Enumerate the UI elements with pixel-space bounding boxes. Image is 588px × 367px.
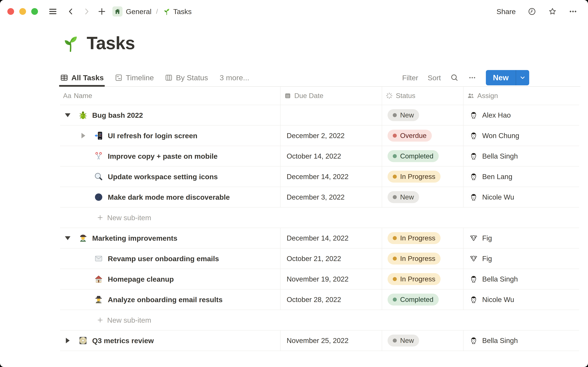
task-name-link[interactable]: Q3 metrics review: [92, 336, 154, 345]
tab-timeline[interactable]: Timeline: [114, 69, 154, 86]
new-button-chevron[interactable]: [516, 70, 529, 85]
assign-cell[interactable]: Fig: [463, 228, 579, 248]
assign-cell[interactable]: Nicole Wu: [463, 187, 579, 207]
task-name-cell[interactable]: Q3 metrics review: [60, 330, 280, 351]
assign-cell[interactable]: Bella Singh: [463, 146, 579, 166]
task-name-link[interactable]: Bug bash 2022: [92, 111, 143, 119]
task-name-cell[interactable]: Bug bash 2022: [60, 105, 280, 125]
task-name-link[interactable]: Update workspace setting icons: [108, 173, 218, 181]
back-button[interactable]: [67, 8, 75, 16]
column-header-name[interactable]: Aa Name: [60, 87, 280, 105]
tab-by-status[interactable]: By Status: [164, 69, 208, 86]
due-date-cell[interactable]: November 25, 2022: [280, 330, 382, 351]
breadcrumb-workspace-icon[interactable]: [112, 6, 122, 17]
assign-cell[interactable]: Alex Hao: [463, 105, 579, 125]
new-sub-item-row[interactable]: New sub-item: [60, 208, 579, 228]
due-date-value: December 2, 2022: [287, 132, 345, 140]
due-date-cell[interactable]: October 14, 2022: [280, 146, 382, 166]
task-name-cell[interactable]: Homepage cleanup: [60, 269, 280, 289]
search-icon[interactable]: [450, 74, 458, 82]
task-name-link[interactable]: Homepage cleanup: [108, 275, 174, 283]
due-date-cell[interactable]: October 28, 2022: [280, 290, 382, 310]
new-sub-item-row[interactable]: New sub-item: [60, 310, 579, 330]
favorite-star-icon[interactable]: [548, 7, 557, 16]
assignee-avatar: [469, 295, 478, 304]
tab-all-tasks[interactable]: All Tasks: [60, 69, 104, 86]
sort-button[interactable]: Sort: [428, 74, 441, 82]
share-button[interactable]: Share: [497, 7, 516, 16]
assign-cell[interactable]: Bella Singh: [463, 330, 579, 351]
assignee-name: Alex Hao: [482, 111, 511, 119]
due-date-cell[interactable]: December 14, 2022: [280, 228, 382, 248]
zoom-window-button[interactable]: [31, 8, 38, 15]
status-cell[interactable]: In Progress: [382, 249, 463, 269]
status-cell[interactable]: Completed: [382, 290, 463, 310]
status-cell[interactable]: New: [382, 105, 463, 125]
close-window-button[interactable]: [7, 8, 14, 15]
due-date-cell[interactable]: December 2, 2022: [280, 125, 382, 146]
task-name-cell[interactable]: Update workspace setting icons: [60, 167, 280, 187]
row-expand-toggle[interactable]: [64, 113, 71, 117]
status-label: In Progress: [400, 275, 435, 283]
column-header-status[interactable]: Status: [382, 87, 463, 105]
assign-cell[interactable]: Nicole Wu: [463, 290, 579, 310]
task-name-cell[interactable]: Revamp user onboarding emails: [60, 249, 280, 269]
status-cell[interactable]: Completed: [382, 146, 463, 166]
task-name-link[interactable]: UI refresh for login screen: [108, 132, 197, 140]
forward-button[interactable]: [83, 8, 91, 16]
status-badge: New: [388, 109, 419, 121]
updates-clock-icon[interactable]: [528, 7, 536, 16]
more-options-icon[interactable]: [569, 7, 577, 16]
plus-icon: [96, 214, 104, 221]
new-button-label[interactable]: New: [486, 70, 516, 85]
task-name-cell[interactable]: Marketing improvements: [60, 228, 280, 248]
status-dot: [393, 154, 397, 158]
column-header-assign[interactable]: Assign: [463, 87, 579, 105]
filter-button[interactable]: Filter: [402, 74, 418, 82]
view-options-icon[interactable]: [468, 74, 476, 82]
assign-cell[interactable]: Bella Singh: [463, 269, 579, 289]
due-date-cell[interactable]: October 21, 2022: [280, 249, 382, 269]
column-header-due-date[interactable]: Due Date: [280, 87, 382, 105]
task-name-link[interactable]: Improve copy + paste on mobile: [108, 152, 218, 160]
sidebar-menu-icon[interactable]: [48, 7, 57, 16]
status-cell[interactable]: New: [382, 330, 463, 351]
assign-cell[interactable]: Ben Lang: [463, 167, 579, 187]
new-button[interactable]: New: [486, 70, 529, 85]
task-name-cell[interactable]: UI refresh for login screen: [60, 125, 280, 146]
breadcrumb-workspace[interactable]: General: [126, 7, 151, 16]
due-date-cell[interactable]: [280, 105, 382, 125]
assign-cell[interactable]: Won Chung: [463, 125, 579, 146]
due-date-value: October 21, 2022: [287, 254, 341, 263]
due-date-cell[interactable]: December 3, 2022: [280, 187, 382, 207]
status-cell[interactable]: New: [382, 187, 463, 207]
status-label: In Progress: [400, 255, 435, 263]
row-expand-toggle[interactable]: [64, 338, 71, 343]
task-name-cell[interactable]: Analyze onboarding email results: [60, 290, 280, 310]
task-name-link[interactable]: Analyze onboarding email results: [108, 295, 223, 304]
new-page-button[interactable]: [98, 7, 106, 16]
column-label: Assign: [477, 92, 498, 100]
row-expand-toggle[interactable]: [80, 133, 87, 138]
minimize-window-button[interactable]: [19, 8, 26, 15]
breadcrumb-page[interactable]: Tasks: [173, 7, 191, 16]
task-name-link[interactable]: Make dark mode more discoverable: [108, 193, 230, 201]
due-date-cell[interactable]: December 14, 2022: [280, 167, 382, 187]
task-name-cell[interactable]: Improve copy + paste on mobile: [60, 146, 280, 166]
row-expand-toggle[interactable]: [64, 236, 71, 240]
status-cell[interactable]: In Progress: [382, 228, 463, 248]
table-view-icon: [60, 74, 68, 82]
task-name-link[interactable]: Marketing improvements: [92, 234, 177, 242]
status-cell[interactable]: In Progress: [382, 269, 463, 289]
board-view-icon: [164, 74, 173, 82]
page-icon-seedling[interactable]: [60, 33, 80, 53]
due-date-cell[interactable]: November 19, 2022: [280, 269, 382, 289]
status-cell[interactable]: Overdue: [382, 125, 463, 146]
task-name-link[interactable]: Revamp user onboarding emails: [108, 254, 219, 263]
more-views-button[interactable]: 3 more...: [220, 73, 249, 82]
status-badge: In Progress: [388, 253, 441, 265]
status-cell[interactable]: In Progress: [382, 167, 463, 187]
assignee-name: Bella Singh: [482, 336, 518, 345]
task-name-cell[interactable]: Make dark mode more discoverable: [60, 187, 280, 207]
assign-cell[interactable]: Fig: [463, 249, 579, 269]
